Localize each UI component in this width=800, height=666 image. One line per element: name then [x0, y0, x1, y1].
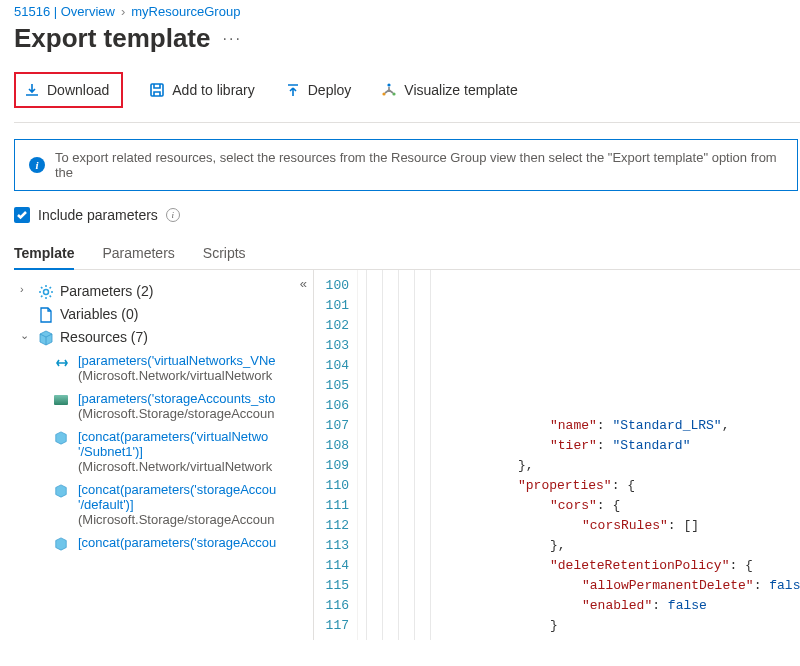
tree-resource-item[interactable]: [parameters('virtualNetworks_VNe (Micros… [54, 349, 307, 387]
add-to-library-label: Add to library [172, 82, 254, 98]
help-icon[interactable]: i [166, 208, 180, 222]
gear-icon [38, 284, 54, 300]
svg-rect-0 [151, 84, 163, 96]
document-icon [38, 307, 54, 323]
add-to-library-button[interactable]: Add to library [145, 76, 258, 104]
cube-icon [54, 537, 70, 554]
tree-resource-item[interactable]: [concat(parameters('storageAccou '/defau… [54, 478, 307, 531]
deploy-button[interactable]: Deploy [281, 76, 356, 104]
chevron-right-icon: › [121, 4, 125, 19]
deploy-label: Deploy [308, 82, 352, 98]
visualize-label: Visualize template [404, 82, 517, 98]
chevron-down-icon: ⌄ [20, 329, 32, 342]
tree-resource-item[interactable]: [concat(parameters('storageAccou [54, 531, 307, 558]
page-title: Export template [14, 23, 211, 54]
network-icon [54, 355, 70, 374]
tab-parameters[interactable]: Parameters [102, 237, 174, 269]
tree-variables-node[interactable]: Variables (0) [14, 303, 307, 326]
info-icon: i [29, 157, 45, 173]
download-icon [24, 82, 40, 98]
breadcrumb-link-resourcegroup[interactable]: myResourceGroup [131, 4, 240, 19]
code-editor[interactable]: 1001011021031041051061071081091101111121… [314, 270, 800, 640]
cube-icon [54, 431, 70, 448]
tree-parameters-node[interactable]: › Parameters (2) [14, 280, 307, 303]
cube-icon [38, 330, 54, 346]
tree-resource-item[interactable]: [concat(parameters('virtualNetwo '/Subne… [54, 425, 307, 478]
breadcrumb: 51516 | Overview › myResourceGroup [14, 0, 800, 21]
tree-resources-node[interactable]: ⌄ Resources (7) [14, 326, 307, 349]
include-parameters-label: Include parameters [38, 207, 158, 223]
include-parameters-checkbox[interactable] [14, 207, 30, 223]
chevron-right-icon: › [20, 283, 32, 295]
download-label: Download [47, 82, 109, 98]
visualize-template-button[interactable]: Visualize template [377, 76, 521, 104]
tree-resources-label: Resources (7) [60, 329, 148, 345]
tab-scripts[interactable]: Scripts [203, 237, 246, 269]
tree-resource-item[interactable]: [parameters('storageAccounts_sto (Micros… [54, 387, 307, 425]
tree-resources-children: [parameters('virtualNetworks_VNe (Micros… [14, 349, 307, 558]
line-number-gutter: 1001011021031041051061071081091101111121… [314, 270, 358, 640]
tab-template[interactable]: Template [14, 237, 74, 269]
storage-icon [54, 393, 70, 408]
cube-icon [54, 484, 70, 501]
tree-variables-label: Variables (0) [60, 306, 138, 322]
download-button[interactable]: Download [20, 76, 113, 104]
breadcrumb-link-overview[interactable]: 51516 | Overview [14, 4, 115, 19]
template-tree-pane: « › Parameters (2) Variables (0) ⌄ [14, 270, 314, 640]
svg-point-4 [44, 290, 49, 295]
info-banner-text: To export related resources, select the … [55, 150, 783, 180]
info-banner: i To export related resources, select th… [14, 139, 798, 191]
tree-parameters-label: Parameters (2) [60, 283, 153, 299]
visualize-icon [381, 82, 397, 98]
collapse-tree-button[interactable]: « [300, 276, 307, 291]
toolbar: Download Add to library Deploy Visualize… [14, 72, 800, 123]
deploy-icon [285, 82, 301, 98]
save-icon [149, 82, 165, 98]
tabs: Template Parameters Scripts [14, 237, 800, 270]
more-menu-button[interactable]: ··· [223, 30, 242, 48]
svg-point-1 [388, 83, 391, 86]
